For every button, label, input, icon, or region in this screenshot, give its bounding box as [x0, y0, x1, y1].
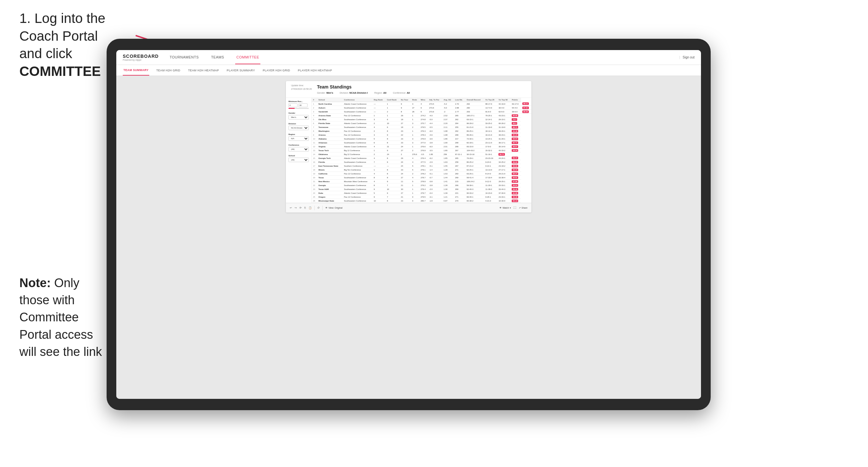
table-header: # School Conference Reg Rank Conf Rank N… — [312, 98, 531, 102]
table-cell: Southeastern Conference — [343, 187, 372, 191]
sign-out-button[interactable]: Sign out — [683, 56, 694, 59]
rounds-slider[interactable] — [288, 108, 309, 109]
table-cell: 4 — [419, 102, 428, 106]
update-info: Update time: 27/03/2024 16:56:26 — [291, 84, 312, 91]
table-row: 10AlabamaSoutheastern Conference58233276… — [312, 137, 531, 141]
table-cell: 1 — [411, 183, 419, 187]
conference-filter: Conference: All — [393, 91, 410, 94]
table-cell: 91-6-0 — [484, 110, 497, 114]
subnav-player-summary[interactable]: PLAYER SUMMARY — [226, 66, 255, 75]
min-rounds-max[interactable] — [299, 103, 308, 107]
refresh-icon[interactable]: ⟳ — [300, 206, 302, 209]
table-cell: 18 — [312, 168, 317, 172]
table-cell: 23 — [400, 168, 411, 172]
min-rounds-min[interactable] — [288, 103, 298, 107]
table-cell: 5 — [372, 191, 386, 195]
table-cell: 274.8 — [419, 118, 428, 121]
table-cell: Pac-12 Conference — [343, 129, 372, 133]
table-cell: 39-6-0 — [510, 110, 521, 114]
table-cell: 203 — [465, 110, 484, 114]
table-cell: 2 — [411, 172, 419, 176]
table-cell: 258 — [454, 160, 465, 164]
table-cell: 278.3 — [419, 133, 428, 137]
subnav-player-h2h-heatmap[interactable]: PLAYER H2H HEATMAP — [297, 66, 333, 75]
table-cell: 26 — [400, 114, 411, 118]
undo-icon[interactable]: ↩ — [290, 206, 292, 209]
table-cell: 8-14-0 — [484, 172, 497, 176]
copy-icon[interactable]: ⎘ — [304, 206, 306, 209]
table-cell: 1.86 — [442, 137, 454, 141]
table-cell: 27 — [411, 106, 419, 110]
table-row: 9ArizonaPac-12 Conference39221278.3-4.61… — [312, 133, 531, 137]
table-cell: 43-23-1 — [497, 114, 510, 118]
table-cell: -5.1 — [428, 172, 442, 176]
table-cell: 30-4-0 — [497, 106, 510, 110]
table-cell: 10 — [372, 199, 386, 203]
table-cell: 8 — [386, 199, 400, 203]
conference-select[interactable]: (All) — [288, 147, 309, 152]
paste-icon[interactable]: 📋 — [309, 206, 312, 209]
table-cell: -4.6 — [428, 133, 442, 137]
table-cell: 23 — [312, 187, 317, 191]
logo-title: SCOREBOARD — [123, 54, 159, 59]
table-cell: 27 — [400, 176, 411, 180]
table-cell: 278.9 — [419, 180, 428, 183]
table-cell: 1.85 — [442, 149, 454, 152]
nav-committee[interactable]: COMMITTEE — [235, 51, 261, 64]
table-cell: 5 — [411, 180, 419, 183]
table-cell: 24 — [400, 145, 411, 149]
table-cell: 8 — [386, 176, 400, 180]
table-cell: Pac-12 Conference — [343, 172, 372, 176]
redo-icon[interactable]: ↪ — [294, 206, 297, 209]
col-vs-top25: Vs Top 25 — [484, 98, 497, 102]
subnav-team-h2h-grid[interactable]: TEAM H2H GRID — [156, 66, 181, 75]
table-cell: 9 — [386, 191, 400, 195]
table-row: 5Ole MissSoutheastern Conference36181274… — [312, 118, 531, 121]
min-rounds-range — [288, 103, 309, 107]
table-cell: 83-15-0 — [465, 145, 484, 149]
table-cell: 27 — [400, 191, 411, 195]
table-cell: 69.3 — [510, 121, 521, 125]
view-original-btn[interactable]: 👁 View: Original — [325, 207, 342, 209]
table-cell: 66-40-1 — [465, 195, 484, 199]
table-cell: Virginia — [317, 145, 343, 149]
table-cell: 1 — [411, 145, 419, 149]
nav-teams[interactable]: TEAMS — [210, 51, 225, 64]
nav-tournaments[interactable]: TOURNAMENTS — [168, 51, 200, 64]
table-cell: 260 — [454, 172, 465, 176]
subnav-player-h2h-grid[interactable]: PLAYER H2H GRID — [262, 66, 291, 75]
table-cell: 25 — [312, 195, 317, 199]
table-cell: 60.71 — [510, 141, 521, 145]
table-cell: 2.37 — [442, 118, 454, 121]
table-cell: 269 — [454, 187, 465, 191]
table-cell: North Carolina — [317, 102, 343, 106]
table-cell: 9-10-1 — [484, 164, 497, 168]
table-cell: 14 — [312, 152, 317, 156]
clock-icon[interactable]: ⏱ — [317, 206, 320, 209]
table-cell: 21 — [400, 195, 411, 199]
table-cell: 58.38 — [510, 195, 521, 199]
table-cell: 1.28 — [442, 168, 454, 172]
table-cell: 1.53 — [442, 172, 454, 176]
table-cell: 10-30-0 — [497, 199, 510, 203]
table-cell: 279.5 — [419, 125, 428, 129]
school-select[interactable]: (All) — [288, 158, 309, 162]
table-cell: Arizona — [317, 133, 343, 137]
division-select[interactable]: NCAA Division I — [288, 126, 309, 130]
expand-icon[interactable]: ⛶ — [514, 206, 516, 209]
table-cell: 31-19-0 — [497, 125, 510, 129]
subnav-team-summary[interactable]: TEAM SUMMARY — [123, 65, 149, 75]
table-cell: 1 — [372, 149, 386, 152]
gender-select[interactable]: Men's — [288, 115, 309, 120]
subnav-team-h2h-heatmap[interactable]: TEAM H2H HEATMAP — [187, 66, 220, 75]
table-cell: 4 — [411, 156, 419, 160]
region-select[interactable]: N/A — [288, 136, 309, 141]
watch-button[interactable]: 👁 Watch ▾ — [499, 207, 512, 209]
table-cell: 60.71 — [497, 152, 510, 156]
table-cell: -2.9 — [428, 160, 442, 164]
table-cell: Southern Conference — [343, 164, 372, 168]
share-button[interactable]: ↗ Share — [519, 207, 528, 209]
table-cell: 19 — [312, 172, 317, 176]
table-cell: 9 — [372, 187, 386, 191]
table-cell: Southeastern Conference — [343, 199, 372, 203]
